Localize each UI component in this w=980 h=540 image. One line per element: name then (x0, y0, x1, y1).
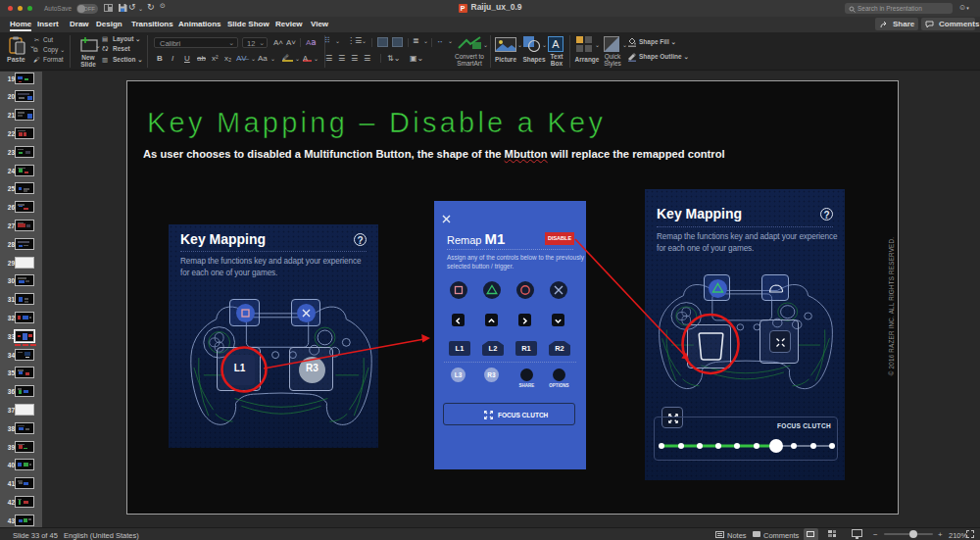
svg-text:A: A (552, 38, 560, 50)
